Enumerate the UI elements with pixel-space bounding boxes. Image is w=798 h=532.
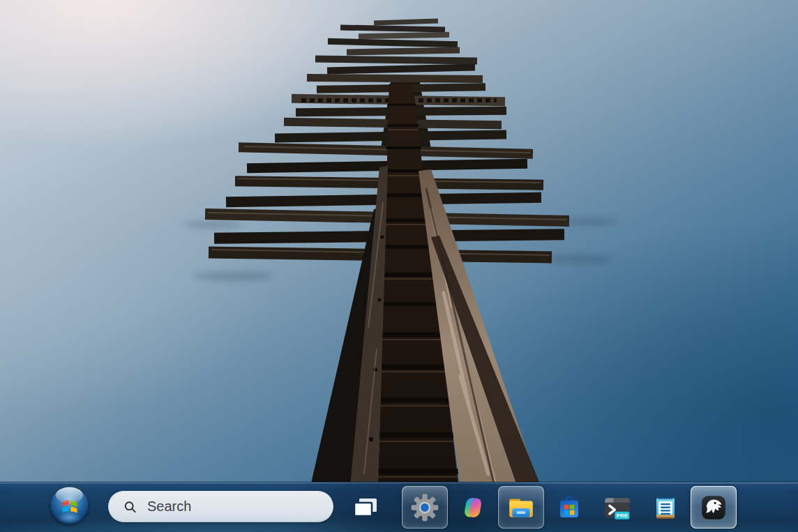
terminal-icon: PRE: [603, 493, 632, 522]
store-bag-icon: [555, 494, 583, 522]
windows-flag-icon: [60, 496, 80, 515]
taskbar-app-file-explorer[interactable]: [498, 486, 544, 529]
eagle-icon: [699, 493, 728, 522]
desktop: PRE: [0, 0, 798, 532]
taskbar-app-notepad[interactable]: [642, 486, 688, 529]
taskbar-app-copilot[interactable]: [450, 486, 496, 529]
search-input[interactable]: [146, 490, 333, 523]
notepad-icon: [652, 494, 679, 522]
terminal-preview-badge: PRE: [617, 512, 628, 519]
task-view-button[interactable]: [349, 490, 382, 525]
pier-illustration: [0, 0, 798, 532]
stacked-windows-icon: [353, 497, 379, 518]
gear-icon: [410, 493, 439, 522]
search-box[interactable]: [108, 491, 333, 522]
wallpaper: [0, 0, 798, 532]
taskbar: PRE: [0, 482, 798, 532]
taskbar-app-settings[interactable]: [402, 486, 448, 529]
folder-icon: [506, 493, 536, 522]
taskbar-app-microsoft-store[interactable]: [546, 486, 592, 529]
taskbar-app-eagle[interactable]: [691, 486, 737, 529]
search-icon: [123, 499, 137, 515]
taskbar-app-terminal-preview[interactable]: PRE: [594, 486, 640, 529]
start-button[interactable]: [50, 485, 89, 525]
copilot-icon: [459, 494, 487, 522]
